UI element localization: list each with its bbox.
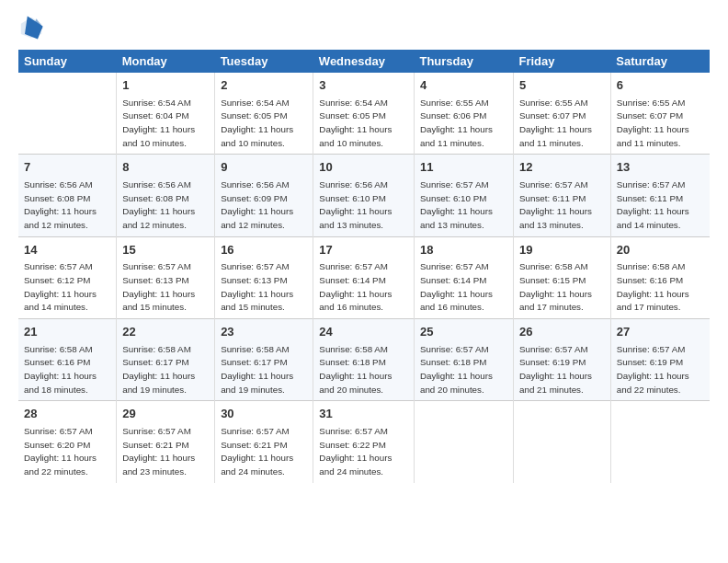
day-info: Sunrise: 6:57 AM Sunset: 6:14 PM Dayligh… (319, 261, 392, 312)
day-info: Sunrise: 6:54 AM Sunset: 6:05 PM Dayligh… (319, 98, 392, 148)
day-info: Sunrise: 6:57 AM Sunset: 6:20 PM Dayligh… (24, 426, 97, 477)
day-number: 26 (519, 324, 605, 340)
day-number: 27 (617, 324, 704, 340)
day-info: Sunrise: 6:55 AM Sunset: 6:06 PM Dayligh… (420, 98, 493, 148)
day-number: 24 (319, 324, 408, 340)
day-number: 4 (420, 77, 507, 94)
day-info: Sunrise: 6:56 AM Sunset: 6:08 PM Dayligh… (122, 179, 195, 230)
day-info: Sunrise: 6:58 AM Sunset: 6:17 PM Dayligh… (221, 344, 293, 395)
day-number: 5 (519, 77, 605, 94)
day-info: Sunrise: 6:58 AM Sunset: 6:18 PM Dayligh… (319, 344, 392, 395)
day-info: Sunrise: 6:57 AM Sunset: 6:19 PM Dayligh… (519, 344, 592, 395)
day-number: 6 (617, 77, 704, 94)
day-number: 11 (420, 159, 507, 176)
day-number: 19 (519, 242, 605, 259)
day-number: 23 (221, 324, 307, 340)
header-cell-sunday: Sunday (18, 50, 117, 73)
header-cell-monday: Monday (117, 50, 215, 73)
day-number: 29 (122, 406, 209, 422)
day-info: Sunrise: 6:56 AM Sunset: 6:10 PM Dayligh… (319, 179, 392, 230)
day-cell: 14Sunrise: 6:57 AM Sunset: 6:12 PM Dayli… (18, 236, 117, 318)
day-cell: 15Sunrise: 6:57 AM Sunset: 6:13 PM Dayli… (117, 236, 215, 318)
day-info: Sunrise: 6:57 AM Sunset: 6:13 PM Dayligh… (122, 261, 195, 312)
day-number: 2 (221, 77, 307, 94)
day-cell: 26Sunrise: 6:57 AM Sunset: 6:19 PM Dayli… (514, 319, 611, 401)
day-info: Sunrise: 6:57 AM Sunset: 6:13 PM Dayligh… (221, 261, 293, 312)
day-cell: 2Sunrise: 6:54 AM Sunset: 6:05 PM Daylig… (215, 73, 313, 155)
day-cell: 11Sunrise: 6:57 AM Sunset: 6:10 PM Dayli… (414, 155, 513, 236)
day-cell: 27Sunrise: 6:57 AM Sunset: 6:19 PM Dayli… (610, 319, 710, 401)
day-cell: 7Sunrise: 6:56 AM Sunset: 6:08 PM Daylig… (18, 155, 117, 236)
header-row: SundayMondayTuesdayWednesdayThursdayFrid… (18, 50, 710, 73)
day-cell: 13Sunrise: 6:57 AM Sunset: 6:11 PM Dayli… (610, 155, 710, 236)
page: SundayMondayTuesdayWednesdayThursdayFrid… (0, 0, 728, 563)
week-row-4: 28Sunrise: 6:57 AM Sunset: 6:20 PM Dayli… (18, 401, 710, 483)
day-info: Sunrise: 6:56 AM Sunset: 6:08 PM Dayligh… (24, 179, 97, 230)
day-cell: 22Sunrise: 6:58 AM Sunset: 6:17 PM Dayli… (117, 319, 215, 401)
day-number: 7 (24, 159, 110, 176)
day-info: Sunrise: 6:57 AM Sunset: 6:14 PM Dayligh… (420, 261, 493, 312)
day-info: Sunrise: 6:57 AM Sunset: 6:22 PM Dayligh… (319, 426, 392, 477)
day-info: Sunrise: 6:58 AM Sunset: 6:16 PM Dayligh… (24, 344, 97, 395)
day-info: Sunrise: 6:57 AM Sunset: 6:10 PM Dayligh… (420, 179, 493, 230)
day-cell: 16Sunrise: 6:57 AM Sunset: 6:13 PM Dayli… (215, 236, 313, 318)
day-info: Sunrise: 6:54 AM Sunset: 6:05 PM Dayligh… (221, 98, 293, 148)
day-cell: 20Sunrise: 6:58 AM Sunset: 6:16 PM Dayli… (610, 236, 710, 318)
day-cell: 17Sunrise: 6:57 AM Sunset: 6:14 PM Dayli… (313, 236, 415, 318)
day-cell: 3Sunrise: 6:54 AM Sunset: 6:05 PM Daylig… (313, 73, 415, 155)
header-cell-wednesday: Wednesday (313, 50, 415, 73)
day-number: 14 (24, 242, 110, 259)
day-info: Sunrise: 6:57 AM Sunset: 6:11 PM Dayligh… (617, 179, 689, 230)
day-cell: 5Sunrise: 6:55 AM Sunset: 6:07 PM Daylig… (514, 73, 611, 155)
day-info: Sunrise: 6:58 AM Sunset: 6:16 PM Dayligh… (617, 261, 689, 312)
day-cell: 12Sunrise: 6:57 AM Sunset: 6:11 PM Dayli… (514, 155, 611, 236)
day-cell: 31Sunrise: 6:57 AM Sunset: 6:22 PM Dayli… (313, 401, 415, 483)
day-cell (414, 401, 513, 483)
day-info: Sunrise: 6:57 AM Sunset: 6:12 PM Dayligh… (24, 261, 97, 312)
day-number: 3 (319, 77, 408, 94)
day-cell: 19Sunrise: 6:58 AM Sunset: 6:15 PM Dayli… (514, 236, 611, 318)
day-cell: 23Sunrise: 6:58 AM Sunset: 6:17 PM Dayli… (215, 319, 313, 401)
day-cell (514, 401, 611, 483)
day-cell: 24Sunrise: 6:58 AM Sunset: 6:18 PM Dayli… (313, 319, 415, 401)
day-number: 12 (519, 159, 605, 176)
day-number: 15 (122, 242, 209, 259)
day-cell: 21Sunrise: 6:58 AM Sunset: 6:16 PM Dayli… (18, 319, 117, 401)
week-row-3: 21Sunrise: 6:58 AM Sunset: 6:16 PM Dayli… (18, 319, 710, 401)
week-row-1: 7Sunrise: 6:56 AM Sunset: 6:08 PM Daylig… (18, 155, 710, 236)
day-cell: 8Sunrise: 6:56 AM Sunset: 6:08 PM Daylig… (117, 155, 215, 236)
day-number: 17 (319, 242, 408, 259)
day-info: Sunrise: 6:55 AM Sunset: 6:07 PM Dayligh… (617, 98, 689, 148)
day-cell: 6Sunrise: 6:55 AM Sunset: 6:07 PM Daylig… (610, 73, 710, 155)
day-info: Sunrise: 6:54 AM Sunset: 6:04 PM Dayligh… (122, 98, 195, 148)
day-cell: 28Sunrise: 6:57 AM Sunset: 6:20 PM Dayli… (18, 401, 117, 483)
day-cell: 29Sunrise: 6:57 AM Sunset: 6:21 PM Dayli… (117, 401, 215, 483)
day-number: 10 (319, 159, 408, 176)
day-number: 31 (319, 406, 408, 422)
day-info: Sunrise: 6:57 AM Sunset: 6:21 PM Dayligh… (122, 426, 195, 477)
day-info: Sunrise: 6:57 AM Sunset: 6:18 PM Dayligh… (420, 344, 493, 395)
calendar-table: SundayMondayTuesdayWednesdayThursdayFrid… (18, 50, 710, 483)
day-number: 1 (122, 77, 209, 94)
day-cell: 9Sunrise: 6:56 AM Sunset: 6:09 PM Daylig… (215, 155, 313, 236)
day-info: Sunrise: 6:57 AM Sunset: 6:11 PM Dayligh… (519, 179, 592, 230)
header-cell-friday: Friday (514, 50, 611, 73)
day-cell: 1Sunrise: 6:54 AM Sunset: 6:04 PM Daylig… (117, 73, 215, 155)
day-info: Sunrise: 6:58 AM Sunset: 6:17 PM Dayligh… (122, 344, 195, 395)
day-info: Sunrise: 6:57 AM Sunset: 6:21 PM Dayligh… (221, 426, 293, 477)
header (18, 15, 710, 40)
day-number: 8 (122, 159, 209, 176)
day-number: 30 (221, 406, 307, 422)
header-cell-saturday: Saturday (610, 50, 710, 73)
day-info: Sunrise: 6:57 AM Sunset: 6:19 PM Dayligh… (617, 344, 689, 395)
day-info: Sunrise: 6:56 AM Sunset: 6:09 PM Dayligh… (221, 179, 293, 230)
day-info: Sunrise: 6:55 AM Sunset: 6:07 PM Dayligh… (519, 98, 592, 148)
day-cell: 25Sunrise: 6:57 AM Sunset: 6:18 PM Dayli… (414, 319, 513, 401)
day-number: 22 (122, 324, 209, 340)
day-number: 25 (420, 324, 507, 340)
day-number: 20 (617, 242, 704, 259)
day-number: 13 (617, 159, 704, 176)
week-row-0: 1Sunrise: 6:54 AM Sunset: 6:04 PM Daylig… (18, 73, 710, 155)
day-cell (18, 73, 117, 155)
day-cell: 30Sunrise: 6:57 AM Sunset: 6:21 PM Dayli… (215, 401, 313, 483)
